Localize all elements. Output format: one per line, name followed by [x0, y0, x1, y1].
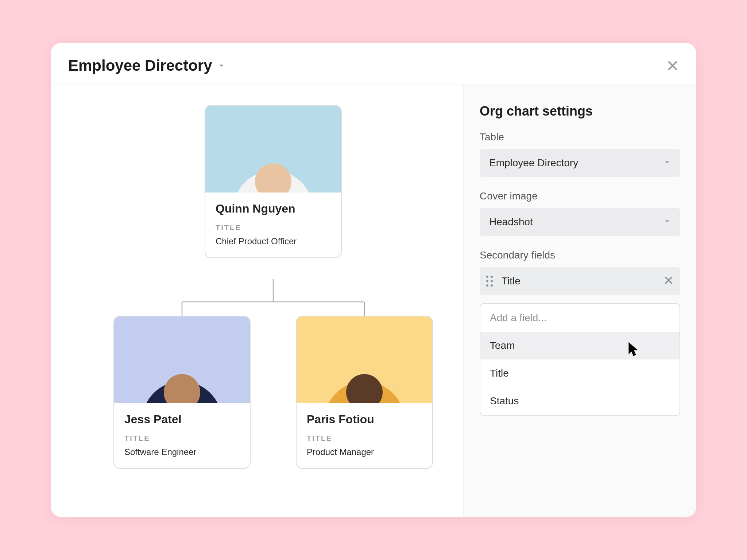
table-label: Table [480, 131, 680, 143]
field-label: TITLE [216, 223, 331, 232]
employee-name: Quinn Nguyen [216, 202, 331, 215]
caret-down-icon [663, 218, 671, 226]
employee-photo [205, 106, 341, 192]
chip-label: Title [502, 275, 657, 287]
field-label: TITLE [307, 434, 422, 443]
employee-title: Chief Product Officer [216, 236, 331, 246]
drag-handle-icon[interactable] [486, 275, 495, 288]
add-field-dropdown: Add a field... Team Title Status [480, 303, 680, 416]
cover-label: Cover image [480, 190, 680, 202]
employee-photo [297, 316, 432, 403]
secondary-field-chip[interactable]: Title [480, 267, 680, 295]
employee-title: Product Manager [307, 447, 422, 457]
select-value: Headshot [489, 216, 533, 228]
main-area: Quinn Nguyen TITLE Chief Product Officer [51, 85, 696, 517]
org-tree: Quinn Nguyen TITLE Chief Product Officer [65, 105, 448, 497]
titlebar: Employee Directory [51, 43, 696, 85]
employee-card[interactable]: Jess Patel TITLE Software Engineer [113, 316, 251, 469]
table-select[interactable]: Employee Directory [480, 149, 680, 177]
settings-title: Org chart settings [480, 104, 680, 119]
title-group[interactable]: Employee Directory [68, 57, 225, 74]
employee-photo [114, 316, 250, 403]
employee-name: Jess Patel [124, 413, 240, 426]
employee-card[interactable]: Paris Fotiou TITLE Product Manager [296, 316, 433, 469]
remove-icon[interactable] [663, 275, 674, 287]
add-field-input[interactable]: Add a field... [480, 304, 680, 332]
org-chart-canvas[interactable]: Quinn Nguyen TITLE Chief Product Officer [51, 85, 463, 517]
cursor-icon [628, 342, 639, 359]
app-window: Employee Directory [51, 43, 696, 517]
caret-down-icon [663, 159, 671, 167]
dropdown-option-team[interactable]: Team [480, 332, 680, 359]
settings-panel: Org chart settings Table Employee Direct… [463, 85, 696, 517]
employee-card-root[interactable]: Quinn Nguyen TITLE Chief Product Officer [205, 105, 342, 258]
close-icon[interactable] [666, 59, 679, 72]
select-value: Employee Directory [489, 157, 578, 169]
dropdown-option-title[interactable]: Title [480, 359, 680, 387]
employee-name: Paris Fotiou [307, 413, 422, 426]
cover-select[interactable]: Headshot [480, 208, 680, 236]
field-label: TITLE [124, 434, 240, 443]
page-title: Employee Directory [68, 57, 212, 74]
secondary-fields-label: Secondary fields [480, 249, 680, 261]
dropdown-option-status[interactable]: Status [480, 387, 680, 415]
employee-title: Software Engineer [124, 447, 240, 457]
caret-down-icon [217, 62, 225, 70]
